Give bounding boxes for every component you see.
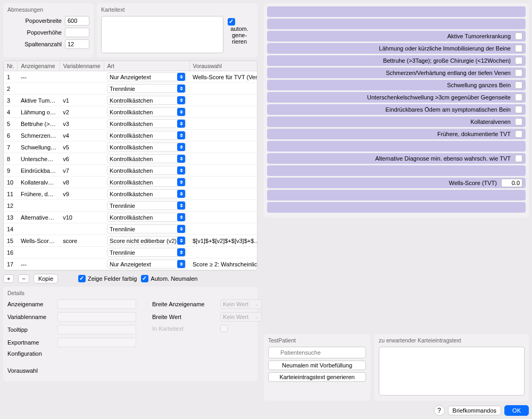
cell-art: Kontrollkästchen: [104, 118, 189, 130]
preview-item-checkbox[interactable]: [515, 130, 522, 138]
preview-item-checkbox[interactable]: [515, 106, 522, 113]
art-select[interactable]: Kontrollkästchen: [107, 107, 186, 116]
preview-item-checkbox[interactable]: [515, 57, 522, 64]
table-row[interactable]: 3Aktive Tum…v1Kontrollkästchen: [4, 95, 257, 106]
th-vorauswahl[interactable]: Vorauswahl: [189, 61, 257, 71]
preview-item-checkbox[interactable]: [515, 45, 522, 52]
preview-item-checkbox[interactable]: [515, 118, 522, 125]
cell-anzeigename: Lähmung o…: [18, 106, 60, 118]
chevron-updown-icon: [177, 225, 185, 233]
table-row[interactable]: 16Trennlinie: [4, 247, 257, 258]
popoverbreite-input[interactable]: [65, 16, 89, 26]
chevron-updown-icon: [177, 166, 185, 174]
th-anzeigename[interactable]: Anzeigename: [18, 61, 60, 71]
art-select[interactable]: Trennlinie: [107, 201, 186, 210]
autogen-label: autom. gene-rieren: [228, 26, 251, 45]
preview-row-item: Schwellung ganzes Bein: [267, 80, 526, 90]
exportname-input[interactable]: [57, 338, 136, 347]
art-select[interactable]: Kontrollkästchen: [107, 213, 186, 222]
kopie-button[interactable]: Kopie: [34, 274, 58, 283]
generieren-button[interactable]: Karteieintragstext generieren: [268, 372, 366, 382]
art-select[interactable]: Trennlinie: [107, 248, 186, 257]
popoverbreite-label: Popoverbreite: [7, 18, 62, 24]
art-select[interactable]: Kontrollkästchen: [107, 131, 186, 140]
popoverhoehe-input[interactable]: [65, 28, 89, 37]
preview-row-empty: [267, 19, 526, 29]
cell-variablenname: [60, 247, 104, 258]
add-button[interactable]: +: [3, 274, 14, 283]
autom-neumalen-checkbox[interactable]: [141, 275, 148, 282]
patient-search-input[interactable]: [268, 347, 366, 358]
table-row[interactable]: 15Wells-Scor…scoreScore nicht editierbar…: [4, 235, 257, 247]
cell-art: Nur Anzeigetext: [104, 71, 189, 83]
preview-item-label: Schmerzen/Verhärtung entlang der tiefen …: [386, 70, 511, 76]
table-row[interactable]: 2Trennlinie: [4, 83, 257, 95]
abmessungen-title: Abmessungen: [7, 6, 89, 13]
table-row[interactable]: 9Eindrückba…v7Kontrollkästchen: [4, 165, 257, 177]
cell-vorauswahl: $[v1]$+$[v2]$+$[v3]$+$…: [189, 235, 257, 247]
chevron-updown-icon: [177, 237, 185, 245]
table-row[interactable]: 17---Nur AnzeigetextScore ≥ 2: Wahrschei…: [4, 258, 257, 270]
th-nr[interactable]: Nr.: [4, 61, 18, 71]
cell-art: Kontrollkästchen: [104, 188, 189, 200]
art-select[interactable]: Kontrollkästchen: [107, 119, 186, 128]
help-button[interactable]: ?: [434, 405, 445, 416]
karteitext-textarea[interactable]: [101, 16, 223, 53]
cell-variablenname: [60, 223, 104, 235]
art-select[interactable]: Nur Anzeigetext: [107, 72, 186, 81]
preview-item-checkbox[interactable]: [515, 94, 522, 101]
th-art[interactable]: Art: [104, 61, 189, 71]
expected-textarea[interactable]: [379, 347, 525, 396]
table-row[interactable]: 13Alternative…v10Kontrollkästchen: [4, 212, 257, 223]
neumalen-button[interactable]: Neumalen mit Vorbefüllung: [268, 361, 366, 370]
tooltipp-input[interactable]: [57, 325, 136, 334]
art-select[interactable]: Kontrollkästchen: [107, 166, 186, 175]
art-select[interactable]: Score nicht editierbar (v2): [107, 236, 186, 245]
preview-alt-checkbox[interactable]: [515, 155, 522, 162]
details-group: Details Anzeigename Variablenname Toolti…: [3, 287, 257, 381]
test-patient-title: TestPatient: [268, 337, 366, 343]
table-row[interactable]: 6Schmerzen…v4Kontrollkästchen: [4, 130, 257, 141]
chevron-updown-icon: [177, 73, 185, 81]
vorauswahl-label: Vorauswahl: [7, 367, 53, 374]
table-row[interactable]: 10Kollateralv…v8Kontrollkästchen: [4, 177, 257, 188]
preview-row-empty: [267, 165, 526, 176]
spaltenanzahl-input[interactable]: [65, 39, 89, 49]
table-row[interactable]: 11Frühere, d…v9Kontrollkästchen: [4, 188, 257, 200]
table-row[interactable]: 4Lähmung o…v2Kontrollkästchen: [4, 106, 257, 118]
art-select[interactable]: Nur Anzeigetext: [107, 259, 186, 269]
remove-button[interactable]: −: [18, 274, 29, 283]
art-select[interactable]: Kontrollkästchen: [107, 178, 186, 187]
cell-art: Trennlinie: [104, 200, 189, 212]
preview-item-checkbox[interactable]: [515, 32, 522, 40]
anzeigename-input[interactable]: [57, 299, 136, 309]
cell-variablenname: v10: [60, 212, 104, 223]
autogen-checkbox[interactable]: [228, 18, 235, 26]
variablenname-input[interactable]: [57, 312, 136, 322]
table-row[interactable]: 5Bettruhe (>…v3Kontrollkästchen: [4, 118, 257, 130]
art-select[interactable]: Trennlinie: [107, 84, 186, 93]
in-karteitext-checkbox: [220, 325, 228, 332]
ok-button[interactable]: OK: [504, 405, 529, 416]
cell-anzeigename: [18, 223, 60, 235]
cell-nr: 14: [4, 223, 18, 235]
art-select[interactable]: Kontrollkästchen: [107, 143, 186, 152]
briefkommandos-button[interactable]: Briefkommandos: [448, 406, 502, 415]
table-row[interactable]: 14Trennlinie: [4, 223, 257, 235]
table-row[interactable]: 1---Nur AnzeigetextWells-Score für TVT (…: [4, 71, 257, 83]
zeige-farbig-checkbox[interactable]: [78, 275, 86, 282]
table-row[interactable]: 7Schwellung…v5Kontrollkästchen: [4, 141, 257, 153]
preview-item-checkbox[interactable]: [515, 69, 522, 77]
preview-row-item: Eindrückbares Ödem am symptomatischen Be…: [267, 104, 526, 115]
art-select[interactable]: Kontrollkästchen: [107, 154, 186, 163]
art-select[interactable]: Trennlinie: [107, 224, 186, 233]
spaltenanzahl-label: Spaltenanzahl: [7, 41, 62, 47]
preview-item-label: Kollateralvenen: [470, 119, 511, 125]
th-variablenname[interactable]: Variablenname: [60, 61, 104, 71]
preview-item-label: Bettruhe (>3Tage); große Chirurgie (<12W…: [383, 57, 511, 64]
preview-item-checkbox[interactable]: [515, 81, 522, 89]
art-select[interactable]: Kontrollkästchen: [107, 189, 186, 198]
table-row[interactable]: 12Trennlinie: [4, 200, 257, 212]
table-row[interactable]: 8Untersche…v6Kontrollkästchen: [4, 153, 257, 165]
art-select[interactable]: Kontrollkästchen: [107, 96, 186, 105]
